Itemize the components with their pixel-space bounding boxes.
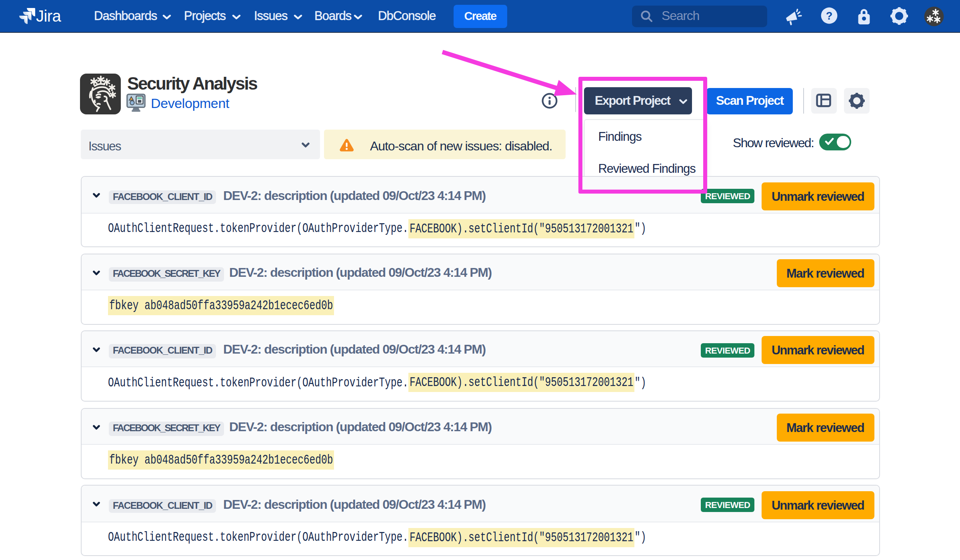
svg-text:?: ? [826, 10, 833, 22]
